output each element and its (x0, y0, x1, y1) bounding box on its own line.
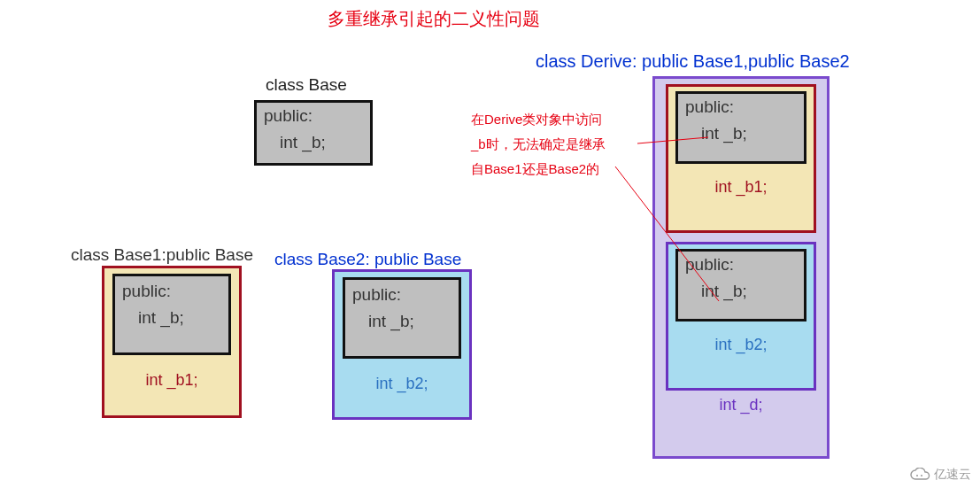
cloud-icon (909, 468, 930, 482)
box-base1-inherited: public: int _b; (112, 274, 231, 355)
base1-own-member: int _b1; (110, 371, 234, 390)
derive-base2-part: public: int _b; int _b2; (666, 242, 816, 391)
label-class-base1: class Base1:public Base (71, 245, 253, 265)
derive-base1-inner-access: public: (685, 97, 797, 117)
annotation-line1: 在Derive类对象中访问 (471, 107, 648, 132)
derive-base1-own-member: int _b1; (673, 178, 809, 197)
svg-point-3 (921, 475, 922, 476)
box-base: public: int _b; (254, 100, 373, 166)
box-base1: public: int _b; int _b1; (102, 266, 242, 418)
derive-base1-inner-member: int _b; (701, 124, 797, 143)
diagram-title: 多重继承引起的二义性问题 (328, 7, 540, 31)
box-base2: public: int _b; int _b2; (332, 269, 472, 420)
label-class-base2: class Base2: public Base (274, 250, 461, 269)
label-class-base: class Base (266, 75, 347, 95)
base2-inner-access: public: (352, 285, 451, 305)
derive-own-member: int _d; (660, 396, 822, 414)
annotation-line3: 自Base1还是Base2的 (471, 157, 648, 182)
watermark: 亿速云 (909, 467, 971, 483)
derive-base2-own-member: int _b2; (673, 336, 809, 354)
derive-base2-inner-member: int _b; (701, 282, 797, 301)
base1-inner-member: int _b; (138, 308, 221, 328)
derive-base2-inherited: public: int _b; (675, 249, 806, 321)
base2-inner-member: int _b; (368, 312, 451, 331)
box-base2-inherited: public: int _b; (343, 277, 461, 359)
base1-inner-access: public: (122, 282, 221, 301)
derive-base1-part: public: int _b; int _b1; (666, 84, 816, 233)
derive-base1-inherited: public: int _b; (675, 91, 806, 164)
annotation-text: 在Derive类对象中访问 _b时，无法确定是继承 自Base1还是Base2的 (471, 107, 648, 182)
base2-own-member: int _b2; (340, 375, 464, 393)
svg-point-2 (916, 475, 918, 476)
base-access: public: (264, 106, 363, 126)
annotation-line2: _b时，无法确定是继承 (471, 132, 648, 157)
watermark-text: 亿速云 (934, 467, 971, 483)
box-derive: public: int _b; int _b1; public: int _b;… (652, 76, 830, 459)
base-member: int _b; (280, 133, 363, 152)
label-class-derive: class Derive: public Base1,public Base2 (536, 51, 850, 72)
derive-base2-inner-access: public: (685, 255, 797, 275)
